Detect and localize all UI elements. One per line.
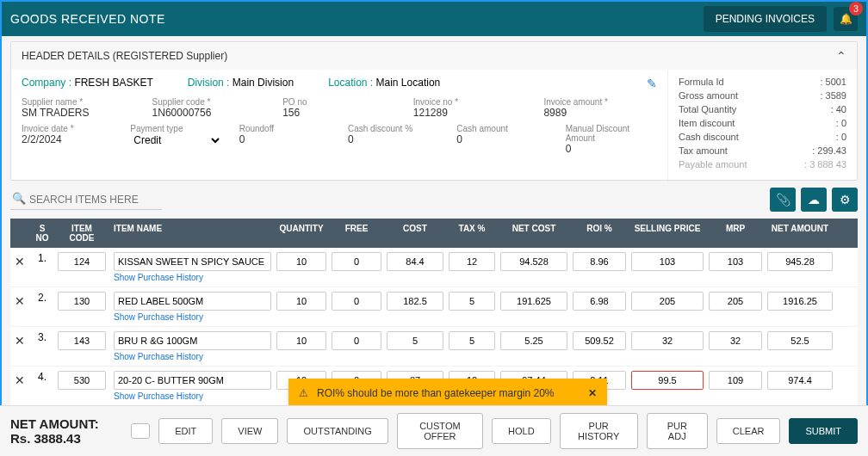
- net-cost-input[interactable]: [500, 252, 567, 271]
- selling-price-input[interactable]: [631, 371, 704, 390]
- outstanding-button[interactable]: OUTSTANDING: [287, 418, 388, 444]
- cost-input[interactable]: [387, 331, 443, 350]
- pur-history-button[interactable]: PUR HISTORY: [560, 413, 638, 449]
- show-purchase-history-link[interactable]: Show Purchase History: [114, 312, 271, 322]
- notifications-badge: 3: [849, 2, 863, 15]
- cost-input[interactable]: [387, 292, 443, 311]
- col-free: FREE: [329, 219, 384, 248]
- tax-label: Tax amount: [679, 145, 728, 156]
- po-no-label: PO no: [282, 97, 396, 107]
- invoice-amount-value: 8989: [543, 107, 567, 119]
- attach-button[interactable]: 📎: [770, 188, 796, 212]
- free-input[interactable]: [332, 252, 381, 271]
- mrp-input[interactable]: [709, 371, 762, 390]
- delete-row-icon[interactable]: ✕: [15, 373, 25, 387]
- tax-input[interactable]: [449, 331, 495, 350]
- qty-input[interactable]: [276, 252, 326, 271]
- view-button[interactable]: VIEW: [221, 418, 278, 444]
- gross-label: Gross amount: [679, 90, 738, 101]
- net-amount-value: Rs. 3888.43: [10, 431, 81, 446]
- roi-input[interactable]: [573, 252, 626, 271]
- company-label: Company :: [22, 77, 71, 89]
- free-input[interactable]: [332, 292, 381, 311]
- net-amount-label: NET AMOUNT:: [10, 416, 122, 431]
- tax-input[interactable]: [449, 252, 495, 271]
- header-details-bar[interactable]: HEADER DETAILS (REGISTERED Supplier) ⌃: [11, 42, 857, 70]
- net-amount-input[interactable]: [767, 371, 833, 390]
- table-row: ✕3.Show Purchase History: [10, 327, 858, 367]
- header-details-label: HEADER DETAILS (REGISTERED Supplier): [22, 50, 227, 62]
- formula-id-label: Formula Id: [679, 77, 724, 87]
- item-code-input[interactable]: [58, 331, 106, 350]
- show-purchase-history-link[interactable]: Show Purchase History: [114, 352, 271, 361]
- warning-icon: ⚠: [299, 387, 308, 399]
- net-amount-input[interactable]: [767, 292, 833, 311]
- mrp-input[interactable]: [709, 292, 762, 311]
- cash-disc-pct-label: Cash discount %: [348, 124, 439, 133]
- delete-row-icon[interactable]: ✕: [15, 255, 25, 268]
- pur-adj-button[interactable]: PUR ADJ: [647, 413, 708, 449]
- delete-row-icon[interactable]: ✕: [15, 334, 25, 348]
- search-icon: 🔍: [12, 192, 26, 205]
- item-name-input[interactable]: [114, 371, 271, 390]
- cash-disc-value: 0: [836, 132, 846, 142]
- toast-close-icon[interactable]: ✕: [588, 387, 597, 399]
- mrp-input[interactable]: [709, 331, 762, 350]
- hold-button[interactable]: HOLD: [492, 418, 551, 444]
- col-sno: S NO: [29, 219, 55, 248]
- net-amount-input[interactable]: [767, 252, 833, 271]
- row-sno: 1.: [29, 250, 55, 266]
- gross-value: 3589: [820, 90, 846, 101]
- qty-input[interactable]: [276, 292, 326, 311]
- item-code-input[interactable]: [58, 292, 106, 311]
- notifications-button[interactable]: 🔔 3: [834, 7, 858, 31]
- item-name-input[interactable]: [114, 292, 271, 311]
- free-input[interactable]: [332, 331, 381, 350]
- footer-empty-button[interactable]: [131, 423, 150, 439]
- col-code: ITEM CODE: [55, 219, 108, 248]
- invoice-amount-label: Invoice amount *: [543, 97, 657, 107]
- company-value: FRESH BASKET: [74, 77, 152, 89]
- qty-input[interactable]: [276, 331, 326, 350]
- pending-invoices-button[interactable]: PENDING INVOICES: [704, 6, 827, 32]
- clear-button[interactable]: CLEAR: [716, 418, 781, 444]
- net-cost-input[interactable]: [500, 292, 567, 311]
- row-sno: 3.: [29, 330, 55, 345]
- search-input[interactable]: [10, 190, 162, 210]
- col-mrp: MRP: [706, 219, 765, 248]
- edit-button[interactable]: EDIT: [158, 418, 213, 444]
- roi-input[interactable]: [573, 292, 626, 311]
- selling-price-input[interactable]: [631, 292, 704, 311]
- table-row: ✕1.Show Purchase History: [10, 248, 858, 287]
- item-name-input[interactable]: [114, 331, 271, 350]
- edit-header-icon[interactable]: ✎: [647, 77, 657, 90]
- po-no-value: 156: [282, 107, 300, 119]
- custom-offer-button[interactable]: CUSTOM OFFER: [397, 413, 483, 449]
- payment-type-select[interactable]: Credit: [130, 133, 221, 147]
- settings-button[interactable]: ⚙: [832, 188, 858, 212]
- submit-button[interactable]: SUBMIT: [789, 418, 858, 444]
- location-label: Location :: [328, 77, 373, 89]
- cost-input[interactable]: [387, 252, 443, 271]
- show-purchase-history-link[interactable]: Show Purchase History: [114, 391, 271, 401]
- show-purchase-history-link[interactable]: Show Purchase History: [114, 273, 271, 282]
- mrp-input[interactable]: [709, 252, 762, 271]
- upload-button[interactable]: ☁: [801, 188, 827, 212]
- item-code-input[interactable]: [58, 371, 106, 390]
- delete-row-icon[interactable]: ✕: [15, 294, 25, 308]
- tax-input[interactable]: [449, 292, 495, 311]
- selling-price-input[interactable]: [631, 252, 704, 271]
- selling-price-input[interactable]: [631, 331, 704, 350]
- net-cost-input[interactable]: [500, 331, 567, 350]
- gear-icon: ⚙: [840, 193, 851, 206]
- col-tax: TAX %: [446, 219, 498, 248]
- cloud-upload-icon: ☁: [808, 193, 820, 206]
- net-amount-input[interactable]: [767, 331, 833, 350]
- roundoff-label: Roundoff: [239, 124, 331, 133]
- cash-disc-label: Cash discount: [679, 132, 739, 142]
- item-code-input[interactable]: [58, 252, 106, 271]
- item-name-input[interactable]: [114, 252, 271, 271]
- roi-input[interactable]: [573, 331, 626, 350]
- total-qty-value: 40: [831, 104, 846, 114]
- payment-type-label: Payment type: [130, 124, 221, 133]
